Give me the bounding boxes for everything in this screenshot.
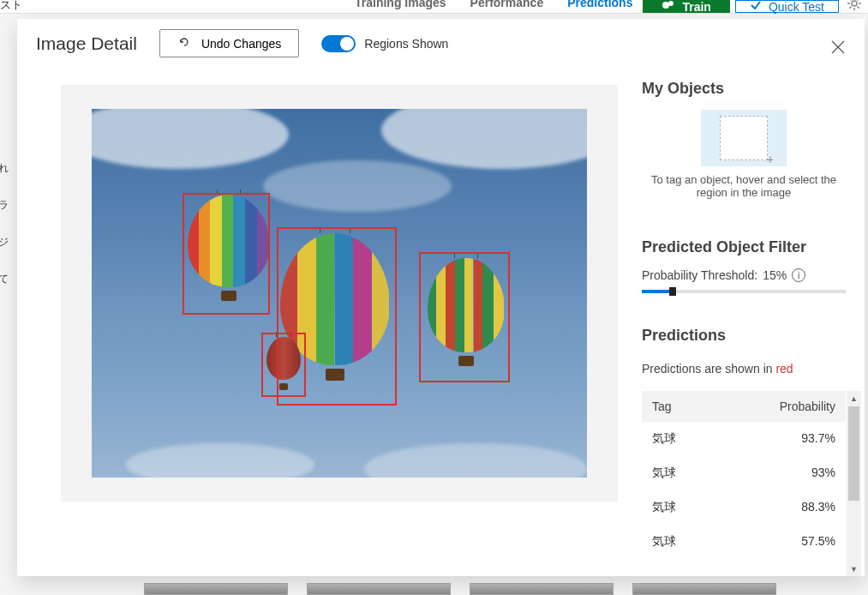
col-prob-header: Probability <box>780 400 835 413</box>
quick-test-button[interactable]: Quick Test <box>735 0 839 13</box>
prediction-row[interactable]: 気球57.5% <box>642 525 846 559</box>
app-topbar: スト Training Images Performance Predictio… <box>0 0 868 14</box>
regions-toggle-wrap: Regions Shown <box>321 35 448 52</box>
col-tag-header: Tag <box>652 400 780 413</box>
cloud <box>364 443 587 478</box>
threshold-label: Probability Threshold: <box>642 268 757 282</box>
prediction-tag: 気球 <box>652 466 811 481</box>
train-label: Train <box>682 0 710 14</box>
region-placeholder-box: + <box>720 116 768 160</box>
scroll-up-icon[interactable]: ▲ <box>847 391 861 406</box>
modal-body: My Objects + To tag an object, hover and… <box>17 73 865 576</box>
prediction-prob: 88.3% <box>801 500 835 515</box>
svg-point-2 <box>852 1 857 6</box>
predicted-filter-section: Predicted Object Filter Probability Thre… <box>642 238 865 296</box>
prediction-prob: 93% <box>811 466 835 481</box>
side-panel: My Objects + To tag an object, hover and… <box>642 73 865 576</box>
bg-side-label: れ <box>0 161 14 176</box>
cloud <box>126 443 314 478</box>
prediction-row[interactable]: 気球88.3% <box>642 490 846 525</box>
bg-side-label: ラ <box>0 198 14 213</box>
detection-box[interactable] <box>261 333 306 397</box>
nav-training-images[interactable]: Training Images <box>355 0 446 13</box>
top-nav: Training Images Performance Predictions <box>355 0 632 13</box>
undo-changes-button[interactable]: Undo Changes <box>159 29 299 57</box>
undo-label: Undo Changes <box>201 37 281 51</box>
image-pane <box>17 73 642 576</box>
svg-line-7 <box>849 0 851 1</box>
quick-test-check-icon <box>750 0 762 14</box>
detection-box[interactable] <box>183 193 270 315</box>
svg-point-0 <box>662 2 669 9</box>
info-icon[interactable]: i <box>792 268 805 282</box>
prediction-row[interactable]: 気球93.7% <box>642 422 846 456</box>
prediction-tag: 気球 <box>652 431 801 447</box>
bg-thumb <box>470 583 614 595</box>
threshold-slider[interactable] <box>642 287 846 296</box>
bg-sidebar-fragment: れ ラ ジ て <box>0 50 15 595</box>
cloud <box>92 109 289 169</box>
my-objects-section: My Objects + To tag an object, hover and… <box>642 80 865 199</box>
prediction-image[interactable] <box>92 109 587 478</box>
nav-performance[interactable]: Performance <box>470 0 544 13</box>
bg-thumbnail-strip <box>144 583 776 595</box>
slider-thumb[interactable] <box>669 287 676 296</box>
tag-hint: To tag an object, hover and select the r… <box>642 173 846 199</box>
svg-point-1 <box>668 1 673 6</box>
regions-toggle-label: Regions Shown <box>364 37 448 51</box>
modal-title: Image Detail <box>36 33 137 54</box>
predictions-subtitle: Predictions are shown in red <box>642 362 861 376</box>
predictions-table-head: Tag Probability <box>642 391 846 422</box>
svg-line-8 <box>858 7 859 9</box>
vertical-scrollbar[interactable]: ▲ ▼ <box>847 391 861 576</box>
quick-test-label: Quick Test <box>769 0 824 14</box>
prediction-tag: 気球 <box>652 500 801 515</box>
predictions-sub-prefix: Predictions are shown in <box>642 362 775 376</box>
bg-side-label: ジ <box>0 235 14 249</box>
nav-predictions[interactable]: Predictions <box>567 0 632 13</box>
predictions-section: Predictions Predictions are shown in red… <box>642 327 865 576</box>
prediction-row[interactable]: 気球93% <box>642 456 846 490</box>
svg-line-10 <box>849 7 851 9</box>
settings-gear-icon[interactable] <box>847 0 861 13</box>
regions-toggle[interactable] <box>321 35 356 52</box>
bg-thumb <box>632 583 776 595</box>
image-frame <box>61 85 618 502</box>
cloud <box>381 109 587 169</box>
prediction-prob: 57.5% <box>801 534 835 550</box>
my-objects-title: My Objects <box>642 80 846 98</box>
bg-thumb <box>307 583 451 595</box>
predictions-sub-red: red <box>775 362 793 376</box>
train-button[interactable]: Train <box>643 0 729 13</box>
prediction-prob: 93.7% <box>801 431 835 447</box>
train-gears-icon <box>661 0 675 14</box>
modal-header: Image Detail Undo Changes Regions Shown <box>17 19 865 73</box>
close-icon[interactable] <box>830 39 846 57</box>
region-placeholder[interactable]: + <box>701 110 787 166</box>
predictions-table-wrap: Tag Probability 気球93.7%気球93%気球88.3%気球57.… <box>642 391 861 576</box>
scroll-down-icon[interactable]: ▼ <box>847 562 861 576</box>
bg-thumb <box>144 583 288 595</box>
undo-icon <box>177 35 191 51</box>
threshold-value: 15% <box>763 268 787 282</box>
image-detail-modal: Image Detail Undo Changes Regions Shown <box>17 19 865 576</box>
predicted-filter-title: Predicted Object Filter <box>642 238 846 256</box>
cloud <box>263 160 452 212</box>
predictions-title: Predictions <box>642 327 861 345</box>
prediction-tag: 気球 <box>652 534 801 550</box>
detection-box[interactable] <box>419 252 510 382</box>
toggle-knob <box>340 37 354 51</box>
scroll-thumb[interactable] <box>848 406 859 501</box>
plus-icon: + <box>767 153 774 166</box>
predictions-table: Tag Probability 気球93.7%気球93%気球88.3%気球57.… <box>642 391 846 559</box>
svg-line-9 <box>858 0 859 1</box>
app-name-fragment: スト <box>0 0 22 13</box>
slider-fill <box>642 290 673 293</box>
bg-side-label: て <box>0 272 14 286</box>
